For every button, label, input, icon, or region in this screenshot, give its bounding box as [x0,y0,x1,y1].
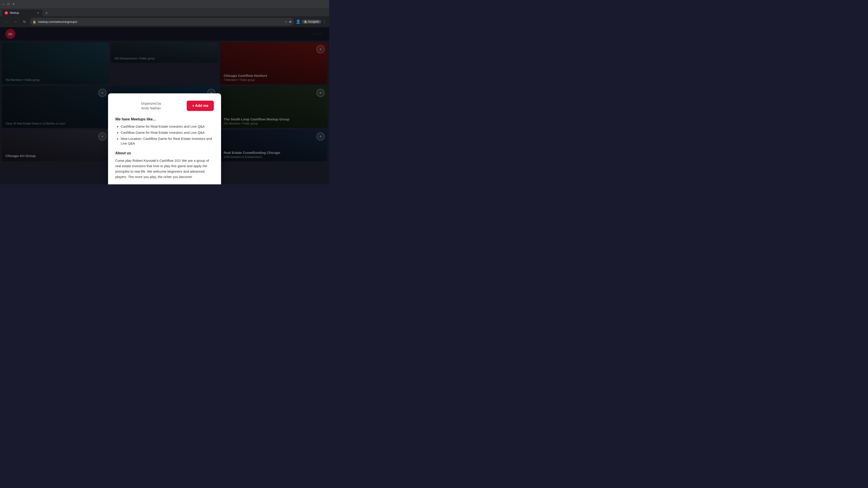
bookmark-icon[interactable]: ☆ [285,20,287,24]
browser-toolbar: ← → ↻ 🔒 meetup.com/welcome/groups/ ☆ ■ 👤… [0,16,329,27]
meetup-item-2: Cashflow Game for Real Estate Investors … [121,130,214,135]
incognito-badge: 🕵 Incognito [302,20,321,24]
browser-frame: — ☐ ✕ m Meetup ✕ + ← → ↻ 🔒 meetup.com/we… [0,0,329,184]
toolbar-actions: 👤 🕵 Incognito ⋮ [296,19,327,24]
meetup-item-1: Cashflow Game for Real Estate Investors … [121,124,214,129]
lock-icon: 🔒 [33,20,36,24]
organizer-line2: Andy Nathan [115,106,187,110]
page-background: m Next 782 Members • Public group 6 [0,27,329,184]
about-section-title: About us [115,151,214,155]
address-bar-icons: ☆ ■ [285,20,291,24]
tab-favicon: m [4,11,8,15]
about-text: Come play Robert Kiyosaki's Cashflow 101… [115,158,214,180]
add-me-button[interactable]: + Add me [187,101,214,111]
close-button[interactable]: ✕ [12,2,15,6]
modal-about-section: About us Come play Robert Kiyosaki's Cas… [115,151,214,180]
incognito-label: Incognito [308,20,319,23]
titlebar: — ☐ ✕ [0,0,329,8]
extensions-icon[interactable]: ■ [289,20,291,24]
modal-dialog: Organized by Andy Nathan + Add me We hav… [108,93,221,184]
url-text: meetup.com/welcome/groups/ [38,20,283,24]
meetup-item-3: New Location: Cashflow Game for Real Est… [121,136,214,146]
window-controls[interactable]: — ☐ ✕ [2,2,15,6]
tab-close-button[interactable]: ✕ [36,11,40,15]
meetups-section-title: We have Meetups like... [115,117,214,121]
maximize-button[interactable]: ☐ [7,2,10,6]
tabs-bar: m Meetup ✕ + [0,8,329,16]
minimize-button[interactable]: — [2,2,5,6]
profile-icon[interactable]: 👤 [296,19,301,24]
organizer-line1: Organized by [115,101,187,106]
modal-header: Organized by Andy Nathan + Add me [115,101,214,111]
tab-title: Meetup [10,11,34,14]
refresh-button[interactable]: ↻ [21,18,28,25]
browser-content: m Next 782 Members • Public group 6 [0,27,329,184]
incognito-icon: 🕵 [304,20,307,23]
address-bar[interactable]: 🔒 meetup.com/welcome/groups/ ☆ ■ [30,18,294,26]
new-tab-button[interactable]: + [43,10,50,16]
menu-button[interactable]: ⋮ [322,19,327,24]
back-button[interactable]: ← [3,18,10,25]
modal-meetups-section: We have Meetups like... Cashflow Game fo… [115,117,214,146]
forward-button[interactable]: → [12,18,19,25]
active-tab[interactable]: m Meetup ✕ [2,9,42,16]
modal-organizer: Organized by Andy Nathan [115,101,187,110]
meetups-list: Cashflow Game for Real Estate Investors … [115,124,214,146]
